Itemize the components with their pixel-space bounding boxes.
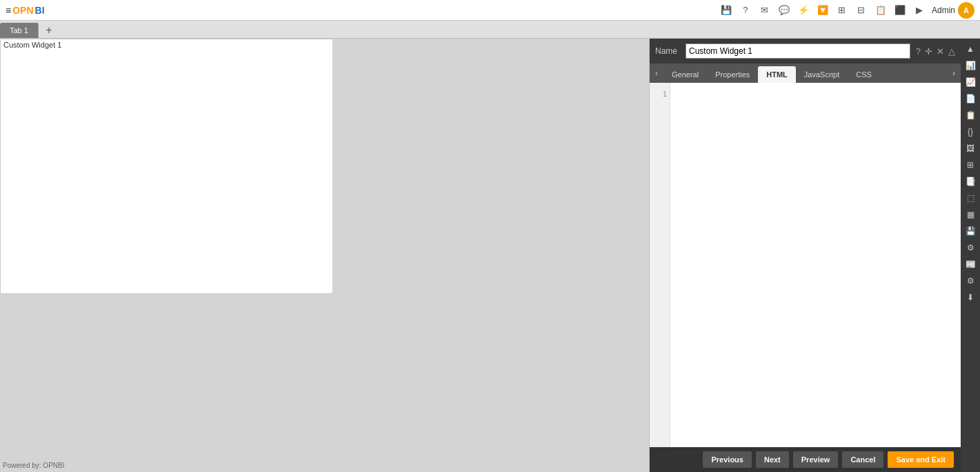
save-icon[interactable]: 💾 xyxy=(719,3,733,17)
sidebar-gear-icon[interactable]: ⚙ xyxy=(962,273,979,288)
comment-icon[interactable]: 💬 xyxy=(777,3,791,17)
next-button[interactable]: Next xyxy=(756,451,789,468)
tabs-next-icon[interactable]: › xyxy=(947,63,961,83)
tabbar: Tab 1 + xyxy=(0,21,980,39)
help-panel-icon[interactable]: ? xyxy=(916,46,921,57)
widget-title: Custom Widget 1 xyxy=(3,41,61,49)
sidebar-doc-icon[interactable]: 📄 xyxy=(962,91,979,106)
panel-tabs: ‹ General Properties HTML JavaScript CSS… xyxy=(650,63,961,83)
user-name: Admin xyxy=(932,6,955,15)
avatar: A xyxy=(958,2,974,19)
logo: ≡ OPNBI xyxy=(6,5,45,16)
play-icon[interactable]: ▶ xyxy=(912,3,926,17)
sidebar-bar-icon[interactable]: ▦ xyxy=(962,207,979,222)
tab-add-button[interactable]: + xyxy=(41,23,57,38)
sidebar-file-icon[interactable]: 📋 xyxy=(962,108,979,123)
sidebar-save-icon[interactable]: 💾 xyxy=(962,224,979,239)
table-icon[interactable]: ⊟ xyxy=(854,3,868,17)
previous-button[interactable]: Previous xyxy=(703,451,751,468)
tab-general[interactable]: General xyxy=(663,66,707,83)
line-numbers: 1 xyxy=(650,83,670,447)
code-textarea[interactable] xyxy=(670,83,961,447)
tabs-prev-icon[interactable]: ‹ xyxy=(650,63,663,83)
tab-css[interactable]: CSS xyxy=(848,66,880,83)
code-editor: 1 xyxy=(650,83,961,447)
panel-footer: Previous Next Preview Cancel Save and Ex… xyxy=(650,447,961,472)
tab-properties[interactable]: Properties xyxy=(707,66,758,83)
close-panel-icon[interactable]: ✕ xyxy=(937,46,944,57)
sidebar-up-icon[interactable]: ▲ xyxy=(962,41,979,57)
tab-javascript[interactable]: JavaScript xyxy=(796,66,848,83)
widget-canvas: Custom Widget 1 xyxy=(0,39,333,294)
right-sidebar: ▲ 📊 📈 📄 📋 {} 🖼 ⊞ 📑 ⬚ ▦ 💾 ⚙ 📰 ⚙ ⬇ xyxy=(961,39,980,472)
sidebar-report-icon[interactable]: 📰 xyxy=(962,257,979,272)
box-icon[interactable]: ⬛ xyxy=(893,3,907,17)
sidebar-pivot-icon[interactable]: ⬚ xyxy=(962,190,979,206)
line-number-1: 1 xyxy=(652,88,667,101)
minimize-panel-icon[interactable]: △ xyxy=(948,46,955,57)
preview-button[interactable]: Preview xyxy=(793,451,839,468)
sidebar-code-icon[interactable]: {} xyxy=(962,124,979,139)
widget-name-input[interactable] xyxy=(686,43,910,59)
topbar-icons: 💾 ? ✉ 💬 ⚡ 🔽 ⊞ ⊟ 📋 ⬛ ▶ Admin A xyxy=(719,2,974,19)
copy-icon[interactable]: 📋 xyxy=(874,3,888,17)
user-area: Admin A xyxy=(932,2,974,19)
topbar: ≡ OPNBI 💾 ? ✉ 💬 ⚡ 🔽 ⊞ ⊟ 📋 ⬛ ▶ Admin A xyxy=(0,0,980,21)
filter2-icon[interactable]: 🔽 xyxy=(816,3,830,17)
powered-by: Powered by: OPNBI xyxy=(3,462,64,469)
panel-header: Name ? ✛ ✕ △ xyxy=(650,39,961,63)
help-icon[interactable]: ? xyxy=(739,3,752,17)
mail-icon[interactable]: ✉ xyxy=(758,3,772,17)
tab-html[interactable]: HTML xyxy=(758,66,796,83)
sidebar-chart2-icon[interactable]: 📈 xyxy=(962,75,979,90)
grid-icon[interactable]: ⊞ xyxy=(835,3,849,17)
cancel-button[interactable]: Cancel xyxy=(842,451,883,468)
tab-1[interactable]: Tab 1 xyxy=(0,23,39,38)
panel-name-label: Name xyxy=(655,46,680,56)
sidebar-pdf-icon[interactable]: 📑 xyxy=(962,174,979,189)
sidebar-plugin-icon[interactable]: ⚙ xyxy=(962,240,979,255)
save-exit-button[interactable]: Save and Exit xyxy=(888,451,954,468)
topbar-left: ≡ OPNBI xyxy=(6,5,45,16)
sidebar-chart-icon[interactable]: 📊 xyxy=(962,58,979,73)
move-panel-icon[interactable]: ✛ xyxy=(925,46,932,57)
sidebar-image-icon[interactable]: 🖼 xyxy=(962,141,979,156)
editor-panel: Name ? ✛ ✕ △ ‹ General Properties HTML J… xyxy=(649,39,961,472)
sidebar-bottom-icon[interactable]: ⬇ xyxy=(962,290,979,305)
panel-header-icons: ? ✛ ✕ △ xyxy=(916,46,955,57)
filter-icon[interactable]: ⚡ xyxy=(797,3,810,17)
sidebar-table-icon[interactable]: ⊞ xyxy=(962,157,979,173)
